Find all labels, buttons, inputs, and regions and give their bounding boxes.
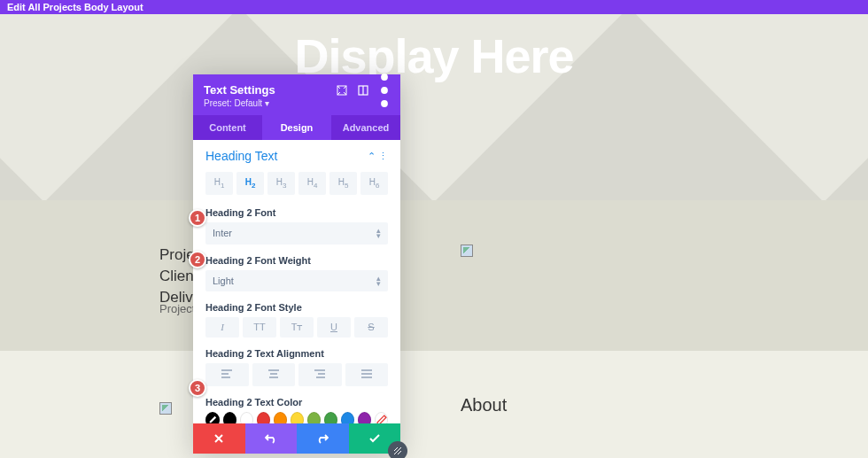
font-label: Heading 2 Font bbox=[205, 207, 388, 218]
color-swatch-green[interactable] bbox=[324, 412, 337, 423]
top-bar-title: Edit All Projects Body Layout bbox=[7, 2, 143, 12]
text-settings-panel: Text Settings Preset: Default ▾ Content … bbox=[193, 74, 400, 454]
editor-top-bar: Edit All Projects Body Layout bbox=[0, 0, 868, 14]
align-label: Heading 2 Text Alignment bbox=[205, 348, 388, 359]
weight-select[interactable]: Light ▴▾ bbox=[205, 270, 388, 292]
chevron-up-icon: ⌃ ⋮ bbox=[368, 151, 388, 162]
heading-tab-h1[interactable]: H1 bbox=[205, 172, 233, 195]
about-heading: About bbox=[461, 395, 507, 415]
select-arrows-icon: ▴▾ bbox=[376, 276, 381, 287]
font-select[interactable]: Inter ▴▾ bbox=[205, 222, 388, 245]
tab-content[interactable]: Content bbox=[193, 115, 262, 140]
columns-icon[interactable] bbox=[358, 85, 368, 96]
color-swatch-yellow[interactable] bbox=[291, 412, 304, 423]
color-swatch-purple[interactable] bbox=[358, 412, 371, 423]
font-value: Inter bbox=[213, 228, 232, 238]
callout-1: 1 bbox=[189, 209, 206, 227]
color-picker-button[interactable] bbox=[205, 412, 220, 423]
align-row bbox=[205, 363, 388, 386]
svg-point-4 bbox=[381, 87, 388, 94]
heading-tab-h6[interactable]: H6 bbox=[360, 172, 388, 195]
panel-header[interactable]: Text Settings Preset: Default ▾ bbox=[193, 74, 400, 115]
tab-advanced[interactable]: Advanced bbox=[331, 115, 400, 140]
color-swatch-red[interactable] bbox=[257, 412, 270, 423]
svg-point-3 bbox=[381, 74, 388, 81]
italic-button[interactable]: I bbox=[205, 317, 239, 338]
align-justify-button[interactable] bbox=[345, 363, 389, 386]
color-swatch-blue[interactable] bbox=[341, 412, 354, 423]
callout-2: 2 bbox=[189, 251, 206, 268]
align-center-button[interactable] bbox=[252, 363, 296, 386]
uppercase-button[interactable]: TT bbox=[243, 317, 276, 338]
color-swatch-black[interactable] bbox=[223, 412, 236, 423]
select-arrows-icon: ▴▾ bbox=[376, 228, 381, 239]
about-band: About bbox=[0, 351, 868, 458]
section-label: Heading Text bbox=[205, 149, 277, 163]
style-label: Heading 2 Font Style bbox=[205, 302, 388, 313]
preset-label[interactable]: Preset: Default ▾ bbox=[204, 98, 390, 108]
heading-tab-h5[interactable]: H5 bbox=[329, 172, 357, 195]
align-left-button[interactable] bbox=[205, 363, 249, 386]
color-swatch-white[interactable] bbox=[240, 412, 253, 423]
expand-icon[interactable] bbox=[337, 85, 347, 96]
heading-tab-h4[interactable]: H4 bbox=[298, 172, 326, 195]
heading-level-tabs: H1 H2 H3 H4 H5 H6 bbox=[205, 172, 388, 195]
more-icon[interactable] bbox=[379, 85, 390, 96]
image-placeholder-icon bbox=[159, 402, 172, 415]
color-swatch-lightgreen[interactable] bbox=[307, 412, 321, 423]
image-placeholder-icon bbox=[461, 245, 473, 257]
cancel-button[interactable] bbox=[193, 423, 245, 454]
underline-button[interactable]: U bbox=[317, 317, 351, 338]
smallcaps-button[interactable]: Tᴛ bbox=[280, 317, 314, 338]
project-band: Proje Clien Delive Project I bbox=[0, 200, 868, 351]
custom-color-button[interactable] bbox=[375, 412, 388, 423]
weight-label: Heading 2 Font Weight bbox=[205, 255, 388, 266]
tab-design[interactable]: Design bbox=[262, 115, 331, 140]
heading-tab-h2[interactable]: H2 bbox=[236, 172, 264, 195]
panel-title: Text Settings bbox=[204, 83, 275, 97]
redo-button[interactable] bbox=[297, 423, 349, 454]
callout-3: 3 bbox=[189, 379, 206, 397]
color-label: Heading 2 Text Color bbox=[205, 397, 388, 408]
color-swatch-orange[interactable] bbox=[274, 412, 287, 423]
section-heading-text[interactable]: Heading Text ⌃ ⋮ bbox=[205, 149, 388, 163]
undo-button[interactable] bbox=[245, 423, 298, 454]
strike-button[interactable]: S bbox=[354, 317, 388, 338]
color-swatches bbox=[205, 412, 388, 423]
align-right-button[interactable] bbox=[298, 363, 342, 386]
panel-footer bbox=[193, 423, 400, 454]
panel-tabs: Content Design Advanced bbox=[193, 115, 400, 140]
heading-tab-h3[interactable]: H3 bbox=[267, 172, 295, 195]
weight-value: Light bbox=[213, 276, 234, 286]
hero-section: Display Here bbox=[0, 14, 868, 200]
font-style-row: I TT Tᴛ U S bbox=[205, 317, 388, 338]
resize-handle[interactable] bbox=[388, 441, 407, 458]
panel-body: Heading Text ⌃ ⋮ H1 H2 H3 H4 H5 H6 Headi… bbox=[193, 140, 400, 423]
